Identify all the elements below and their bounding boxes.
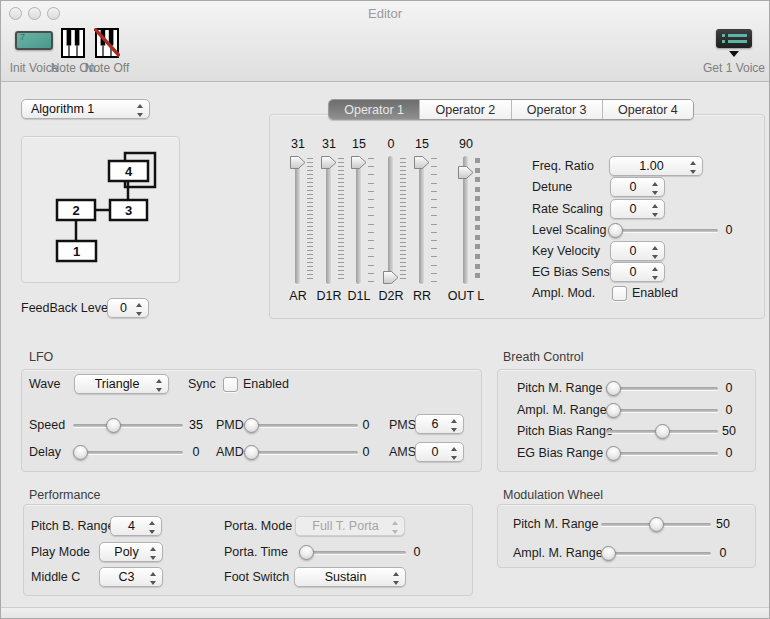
delay-slider[interactable] (73, 445, 183, 460)
delay-value: 0 (184, 442, 208, 462)
key-velocity-stepper[interactable]: 0 (610, 241, 665, 261)
mw-pitch-m-range-slider[interactable] (601, 517, 711, 532)
breath-ampl-m-range-slider[interactable] (606, 403, 718, 418)
stepper-arrows-icon (136, 303, 143, 316)
stepper-arrows-icon (652, 246, 659, 259)
note-off-label: Note Off (78, 61, 136, 75)
delay-knob[interactable] (73, 445, 88, 460)
ams-label: AMS (389, 442, 416, 462)
voice-list-icon (716, 29, 752, 48)
level-scaling-label: Level Scaling (532, 220, 606, 240)
breath-control-title: Breath Control (503, 349, 584, 365)
middle-c-select[interactable]: C3 (99, 567, 163, 587)
eg-bias-sens-stepper[interactable]: 0 (610, 262, 665, 282)
breath-pitch-m-range-slider[interactable] (606, 381, 718, 396)
breath-pitch-bias-range-slider[interactable] (606, 424, 718, 439)
ar-slider-thumb[interactable] (290, 156, 306, 169)
rr-value: 15 (407, 134, 437, 154)
pmd-slider[interactable] (244, 418, 358, 433)
pitch-b-range-label: Pitch B. Range (31, 516, 114, 536)
porta-time-knob[interactable] (299, 545, 314, 560)
stepper-arrows-icon (451, 447, 458, 460)
out-level-slider-thumb[interactable] (458, 166, 474, 179)
ams-stepper[interactable]: 0 (415, 442, 464, 462)
sync-checkbox[interactable] (223, 377, 238, 392)
ar-value: 31 (283, 134, 313, 154)
ar-slider[interactable] (292, 156, 318, 284)
piano-keys-slash-icon (94, 28, 120, 62)
note-off-button[interactable]: Note Off (78, 28, 136, 75)
sync-label: Sync (188, 374, 216, 394)
breath-pitch-bias-range-value: 50 (717, 421, 741, 441)
d2r-slider-thumb[interactable] (383, 271, 399, 284)
rr-slider-thumb[interactable] (414, 156, 430, 169)
svg-text:4: 4 (125, 164, 133, 179)
tab-operator-1[interactable]: Operator 1 (329, 100, 419, 119)
wave-select[interactable]: Triangle (74, 374, 169, 394)
level-scaling-knob[interactable] (608, 223, 623, 238)
amd-knob[interactable] (244, 445, 259, 460)
out-level-slider[interactable] (460, 156, 486, 284)
level-scaling-slider[interactable] (608, 223, 718, 238)
stepper-arrows-icon (690, 161, 697, 174)
mw-ampl-m-range-slider[interactable] (601, 546, 711, 561)
speed-slider[interactable] (73, 418, 183, 433)
amd-slider[interactable] (244, 445, 358, 460)
tab-operator-3[interactable]: Operator 3 (511, 100, 602, 119)
foot-switch-select[interactable]: Sustain (294, 567, 406, 587)
stepper-arrows-icon (149, 521, 156, 534)
middle-c-label: Middle C (31, 567, 80, 587)
porta-time-value: 0 (406, 542, 428, 562)
amd-value: 0 (354, 442, 378, 462)
rate-scaling-stepper[interactable]: 0 (610, 199, 665, 219)
speed-knob[interactable] (106, 418, 121, 433)
detune-stepper[interactable]: 0 (610, 177, 665, 197)
porta-mode-label: Porta. Mode (224, 516, 292, 536)
porta-time-slider[interactable] (299, 545, 406, 560)
titlebar-toolbar: Editor 7 Init Voice Note On (1, 1, 769, 82)
get-1-voice-label: Get 1 Voice (702, 61, 766, 75)
porta-mode-select: Full T. Porta (295, 516, 405, 536)
ampl-mod-checkbox-label: Enabled (632, 283, 678, 303)
outl-value: 90 (451, 134, 481, 154)
breath-ampl-m-range-value: 0 (717, 400, 741, 420)
rr-slider[interactable] (416, 156, 442, 284)
breath-ampl-m-range-knob[interactable] (606, 403, 621, 418)
sync-checkbox-label: Enabled (243, 374, 289, 394)
d1r-value: 31 (314, 134, 344, 154)
breath-pitch-bias-range-knob[interactable] (655, 424, 670, 439)
pitch-b-range-stepper[interactable]: 4 (110, 516, 162, 536)
get-1-voice-button[interactable]: Get 1 Voice (702, 28, 766, 75)
breath-eg-bias-range-knob[interactable] (606, 446, 621, 461)
lfo-title: LFO (29, 349, 53, 365)
ampl-mod-checkbox[interactable] (612, 286, 627, 301)
d1l-slider-thumb[interactable] (351, 156, 367, 169)
pmd-value: 0 (354, 415, 378, 435)
d1r-slider[interactable] (323, 156, 349, 284)
mw-ampl-m-range-knob[interactable] (601, 546, 616, 561)
window-title: Editor (1, 6, 769, 21)
editor-window: Editor 7 Init Voice Note On (0, 0, 770, 619)
d1r-slider-thumb[interactable] (321, 156, 337, 169)
d2r-slider[interactable] (385, 156, 411, 284)
wave-label: Wave (29, 374, 61, 394)
tab-operator-2[interactable]: Operator 2 (419, 100, 510, 119)
play-mode-select[interactable]: Poly (99, 542, 163, 562)
tab-operator-4[interactable]: Operator 4 (602, 100, 693, 119)
mw-pitch-m-range-knob[interactable] (649, 517, 664, 532)
key-velocity-label: Key Velocity (532, 241, 600, 261)
algorithm-diagram-svg: 4 3 2 1 (22, 137, 179, 282)
pmd-knob[interactable] (244, 418, 259, 433)
mw-ampl-m-range-label: Ampl. M. Range (513, 543, 603, 563)
breath-pitch-bias-range-label: Pitch Bias Range (517, 421, 613, 441)
stepper-arrows-icon (652, 182, 659, 195)
freq-ratio-label: Freq. Ratio (532, 156, 594, 176)
freq-ratio-select[interactable]: 1.00 (609, 156, 703, 176)
feedback-level-stepper[interactable]: 0 (107, 298, 149, 318)
d1l-slider[interactable] (353, 156, 379, 284)
pms-stepper[interactable]: 6 (415, 414, 464, 434)
breath-eg-bias-range-slider[interactable] (606, 446, 718, 461)
eg-bias-sens-label: EG Bias Sens. (532, 262, 613, 282)
breath-pitch-m-range-knob[interactable] (606, 381, 621, 396)
algorithm-select[interactable]: Algorithm 1 (21, 99, 150, 119)
